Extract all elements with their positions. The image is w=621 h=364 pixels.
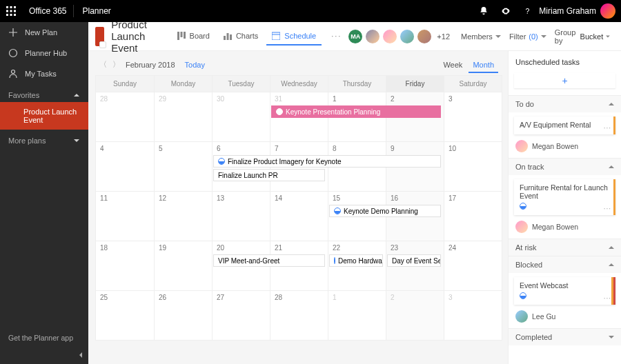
task-card[interactable]: A/V Equipment Rental ··· <box>514 117 615 134</box>
groupby-label: Group by <box>555 28 578 45</box>
members-dropdown[interactable]: Members <box>457 30 505 43</box>
add-task-button[interactable]: + <box>514 73 615 88</box>
task-more-button[interactable]: ··· <box>604 294 611 302</box>
week-view-button[interactable]: Week <box>439 58 466 72</box>
bucket-label: Blocked <box>515 261 542 269</box>
day-number: 31 <box>275 95 282 103</box>
bucket-header-completed[interactable]: Completed <box>509 328 621 345</box>
day-cell[interactable]: 27 <box>212 290 270 340</box>
day-cell[interactable]: 26 <box>154 290 212 340</box>
day-cell[interactable]: 18 <box>96 241 154 290</box>
plan-icon <box>8 110 17 121</box>
month-view-button[interactable]: Month <box>469 58 498 73</box>
day-cell[interactable]: 29 <box>154 92 212 141</box>
day-number: 18 <box>100 244 108 252</box>
event-bar[interactable]: Keynote Demo Planning <box>329 205 441 217</box>
task-more-button[interactable]: ··· <box>604 124 611 132</box>
bucket-label: Completed <box>515 333 552 341</box>
day-cell[interactable]: 1 <box>328 290 386 340</box>
svg-rect-14 <box>184 32 186 39</box>
bucket-header-blocked[interactable]: Blocked <box>509 256 621 273</box>
day-cell[interactable]: 25 <box>96 290 154 340</box>
day-cell[interactable]: 24 <box>444 241 502 290</box>
day-cell[interactable]: 10 <box>444 141 502 191</box>
day-cell[interactable]: 28 <box>270 290 328 340</box>
event-bar[interactable]: Demo Hardware <box>329 254 383 267</box>
task-title: A/V Equipment Rental <box>520 121 610 129</box>
day-cell[interactable]: 3 <box>444 290 502 340</box>
day-cell[interactable]: 12 <box>154 191 212 241</box>
event-bar[interactable]: Finalize Launch PR <box>213 169 325 181</box>
bucket-header-ontrack[interactable]: On track <box>509 158 621 175</box>
app-name[interactable]: Planner <box>74 6 119 16</box>
tab-board[interactable]: Board <box>172 28 215 46</box>
chevron-down-icon <box>495 34 501 39</box>
day-cell[interactable]: 2 <box>386 290 444 340</box>
next-month-button[interactable]: 〉 <box>112 59 120 70</box>
task-card[interactable]: Furniture Rental for Launch Event ··· <box>514 179 615 215</box>
more-members-count[interactable]: +12 <box>437 32 450 41</box>
weekday-header: Tuesday <box>212 76 270 92</box>
calendar-week: 11 12 13 14 15 16 17 Keynote Demo Planni… <box>96 191 502 241</box>
new-plan-button[interactable]: New Plan <box>0 22 88 43</box>
task-title: Furniture Rental for Launch Event <box>520 183 610 200</box>
task-card[interactable]: Event Webcast ··· <box>514 277 615 305</box>
day-number: 25 <box>100 294 108 301</box>
collapse-nav-button[interactable] <box>0 349 88 364</box>
groupby-dropdown[interactable]: Group by Bucket <box>551 26 614 48</box>
members-label: Members <box>461 32 493 41</box>
bucket-header-atrisk[interactable]: At risk <box>509 239 621 256</box>
day-cell[interactable]: 30 <box>212 92 270 141</box>
favorites-header[interactable]: Favorites <box>0 84 88 102</box>
event-bar[interactable]: Day of Event Setup <box>387 254 441 267</box>
settings-button[interactable] <box>495 0 517 22</box>
today-button[interactable]: Today <box>185 61 205 69</box>
day-cell[interactable]: 4 <box>96 141 154 191</box>
get-app-link[interactable]: Get the Planner app <box>0 327 88 349</box>
task-assignee[interactable]: Megan Bowen <box>509 139 621 158</box>
event-bar[interactable]: VIP Meet-and-Greet <box>213 254 325 267</box>
svg-rect-16 <box>226 33 228 40</box>
avatar <box>366 30 379 43</box>
more-plans-header[interactable]: More plans <box>0 130 88 148</box>
planner-hub-link[interactable]: Planner Hub <box>0 43 88 63</box>
day-cell[interactable]: 28 <box>96 92 154 141</box>
notifications-button[interactable] <box>473 0 495 22</box>
task-assignee[interactable]: Lee Gu <box>509 309 621 328</box>
tab-charts[interactable]: Charts <box>218 28 264 46</box>
prev-month-button[interactable]: 〈 <box>99 59 107 70</box>
plan-logo[interactable] <box>95 27 104 46</box>
person-icon <box>8 69 18 79</box>
plan-more-button[interactable]: ··· <box>324 28 348 46</box>
suite-brand[interactable]: Office 365 <box>22 6 73 16</box>
tab-schedule[interactable]: Schedule <box>266 28 322 46</box>
app-launcher-button[interactable] <box>0 0 22 22</box>
task-more-button[interactable]: ··· <box>604 205 611 212</box>
day-cell[interactable]: 3 <box>444 92 502 141</box>
weekday-header-row: Sunday Monday Tuesday Wednesday Thursday… <box>96 76 502 92</box>
day-cell[interactable]: 14 <box>270 191 328 241</box>
my-tasks-link[interactable]: My Tasks <box>0 63 88 84</box>
chevron-down-icon <box>606 34 610 39</box>
bucket-header-todo[interactable]: To do <box>509 95 621 112</box>
day-cell[interactable]: 13 <box>212 191 270 241</box>
plan-title[interactable]: Product Launch Event <box>111 22 159 54</box>
day-cell[interactable]: 17 <box>444 191 502 241</box>
help-button[interactable]: ? <box>517 0 539 22</box>
filter-dropdown[interactable]: Filter (0) <box>505 30 551 43</box>
day-cell[interactable]: 19 <box>154 241 212 290</box>
day-cell[interactable]: 11 <box>96 191 154 241</box>
weekday-header: Saturday <box>444 76 502 92</box>
avatar <box>515 221 528 233</box>
task-assignee[interactable]: Megan Bowen <box>509 219 621 239</box>
avatar <box>515 310 528 323</box>
sidebar-plan-product-launch[interactable]: Product Launch Event <box>0 102 88 130</box>
gear-icon <box>501 6 511 16</box>
day-cell[interactable]: 5 <box>154 141 212 191</box>
waffle-icon <box>6 6 16 16</box>
account-menu[interactable]: Miriam Graham <box>539 3 621 19</box>
team-avatars[interactable]: MA <box>348 30 431 43</box>
event-bar[interactable]: Finalize Product Imagery for Keynote <box>213 155 441 168</box>
event-bar[interactable]: Keynote Presentation Planning <box>271 105 441 118</box>
assignee-name: Lee Gu <box>532 312 555 321</box>
